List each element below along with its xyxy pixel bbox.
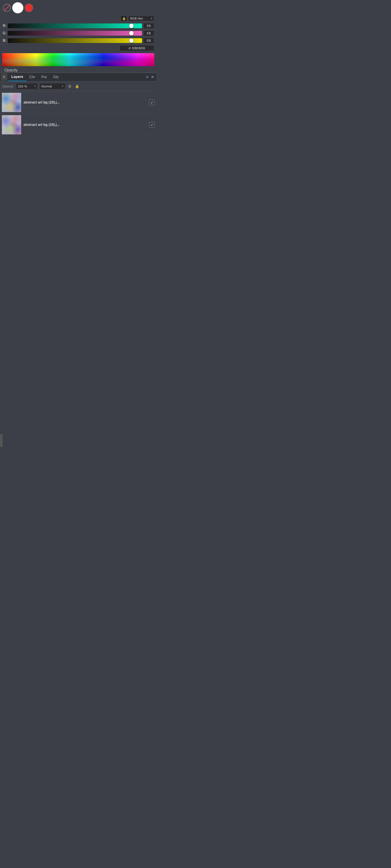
pause-icon: ⏸ (2, 75, 6, 79)
layer-item[interactable]: abstract art bg (10).j... ✓ (0, 91, 157, 114)
layers-list: abstract art bg (10).j... ✓ abstract art… (0, 91, 157, 136)
opacity-chevron-icon: ▾ (34, 85, 36, 88)
color-swatches (2, 2, 154, 13)
check-icon: ✓ (150, 100, 153, 104)
b-slider-row: B: EB (2, 38, 154, 43)
color-spectrum[interactable] (2, 53, 154, 66)
panel-menu-button[interactable]: ≡ (145, 74, 150, 80)
r-label: R: (2, 24, 6, 28)
opacity-ctrl-label: Opacity: (2, 85, 14, 88)
layer-name: abstract art bg (10).j... (24, 100, 147, 104)
b-slider-thumb[interactable] (129, 38, 134, 43)
color-panel: 🔒 RGB Hex ▾ R: EB G: EB B: EB #: EBEBEB (0, 0, 157, 72)
layer-preview (2, 115, 21, 134)
layer-thumbnail (2, 115, 21, 134)
layer-preview (2, 93, 21, 112)
rgb-header: 🔒 RGB Hex ▾ (2, 16, 154, 21)
b-value[interactable]: EB (143, 38, 154, 43)
layer-lock-button[interactable]: 🔒 (74, 84, 80, 89)
lock-icon: 🔒 (122, 17, 126, 20)
rgb-mode-dropdown[interactable]: RGB Hex ▾ (128, 16, 154, 21)
white-swatch[interactable] (12, 2, 24, 13)
layer-thumbnail (2, 93, 21, 112)
rgb-mode-label: RGB Hex (130, 17, 143, 20)
tab-gly[interactable]: Gly (50, 73, 62, 81)
tab-par[interactable]: Par (38, 73, 50, 81)
color-lock-button[interactable]: 🔒 (121, 16, 127, 21)
opacity-value: 100 % (18, 85, 27, 88)
opacity-dropdown[interactable]: 100 % ▾ (16, 83, 37, 89)
layer-visibility-checkbox[interactable]: ✓ (149, 122, 155, 128)
hex-row: #: EBEBEB (2, 45, 154, 51)
forbidden-swatch[interactable] (3, 4, 11, 12)
g-label: G: (2, 31, 6, 35)
layer-name: abstract art bg (10).j... (24, 123, 147, 127)
g-slider[interactable] (8, 31, 142, 36)
blend-mode-dropdown[interactable]: Normal ▾ (39, 83, 65, 89)
layers-panel: ⏸ Layers Chr Par Gly ≡ ✕ Opacity: 100 % … (0, 72, 157, 223)
hex-input[interactable]: #: EBEBEB (119, 45, 154, 51)
chevron-down-icon: ▾ (151, 17, 152, 20)
blend-chevron-icon: ▾ (62, 85, 63, 88)
tab-layers[interactable]: Layers (8, 73, 26, 81)
opacity-label: Opacity (2, 66, 154, 72)
layer-settings-button[interactable]: ⚙ (67, 84, 72, 89)
g-slider-row: G: EB (2, 30, 154, 36)
layer-visibility-checkbox[interactable]: ✓ (149, 100, 155, 105)
b-label: B: (2, 39, 6, 42)
pause-button[interactable]: ⏸ (1, 73, 7, 81)
red-swatch[interactable] (25, 4, 33, 12)
layers-empty-area (0, 136, 157, 223)
layer-item[interactable]: abstract art bg (10).j... ✓ (0, 114, 157, 136)
blend-mode-value: Normal (41, 85, 52, 88)
layers-controls: Opacity: 100 % ▾ Normal ▾ ⚙ 🔒 (0, 82, 157, 91)
panel-close-button[interactable]: ✕ (150, 74, 156, 80)
g-slider-thumb[interactable] (129, 31, 134, 36)
r-value[interactable]: EB (143, 23, 154, 29)
check-icon: ✓ (150, 123, 153, 127)
tab-chr[interactable]: Chr (26, 73, 38, 81)
g-value[interactable]: EB (143, 30, 154, 36)
layers-tabs-row: ⏸ Layers Chr Par Gly ≡ ✕ (0, 73, 157, 82)
r-slider-thumb[interactable] (129, 24, 134, 28)
b-slider[interactable] (8, 38, 142, 43)
r-slider[interactable] (8, 24, 142, 28)
r-slider-row: R: EB (2, 23, 154, 29)
